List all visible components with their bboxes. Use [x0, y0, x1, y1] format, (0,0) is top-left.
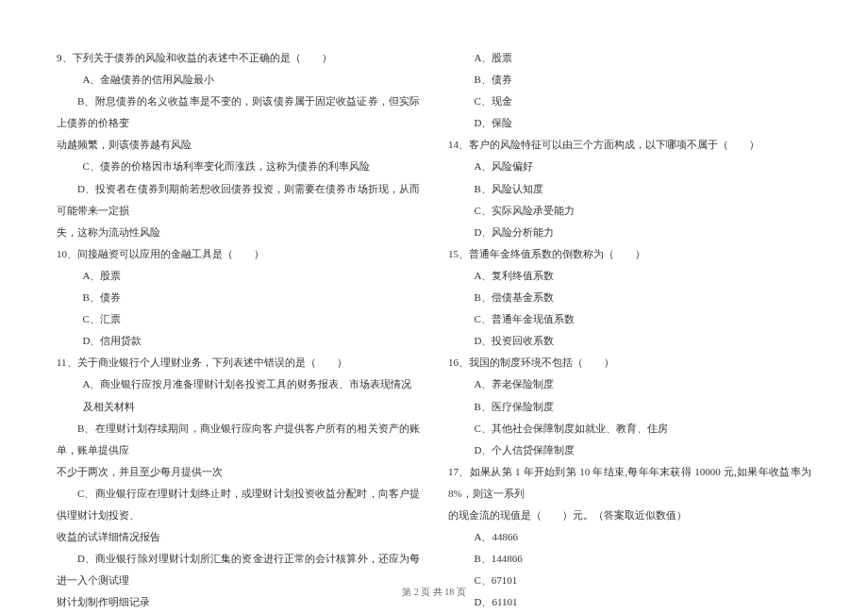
q16-option-d: D、个人信贷保障制度: [448, 439, 811, 461]
q10-option-c: C、汇票: [57, 308, 420, 330]
q10-option-a: A、股票: [57, 265, 420, 287]
q14-option-b: B、风险认知度: [448, 178, 811, 200]
q14-option-d: D、风险分析能力: [448, 222, 811, 243]
q17-text-cont: 的现金流的现值是（ ）元。（答案取近似数值）: [448, 505, 811, 526]
left-column: 9、下列关于债券的风险和收益的表述中不正确的是（ ） A、金融债券的信用风险最小…: [57, 47, 420, 556]
q17-option-b: B、144866: [448, 548, 811, 570]
q9-option-c: C、债券的价格因市场利率变化而涨跌，这称为债券的利率风险: [57, 156, 420, 177]
q9-option-a: A、金融债券的信用风险最小: [57, 69, 420, 91]
q14-text: 14、客户的风险特征可以由三个方面构成，以下哪项不属于（ ）: [448, 134, 811, 156]
question-16: 16、我国的制度环境不包括（ ） A、养老保险制度 B、医疗保险制度 C、其他社…: [448, 352, 811, 460]
q11-option-c: C、商业银行应在理财计划终止时，或理财计划投资收益分配时，向客户提供理财计划投资…: [57, 483, 420, 526]
question-14: 14、客户的风险特征可以由三个方面构成，以下哪项不属于（ ） A、风险偏好 B、…: [448, 134, 811, 242]
q11-option-a: A、商业银行应按月准备理财计划各投资工具的财务报表、市场表现情况及相关材料: [57, 373, 420, 417]
q15-option-a: A、复利终值系数: [448, 265, 811, 287]
q17-option-a: A、44866: [448, 526, 811, 548]
q11-option-b-cont: 不少于两次，并且至少每月提供一次: [57, 461, 420, 483]
q9-option-b-cont: 动越频繁，则该债券越有风险: [57, 134, 420, 156]
q16-option-b: B、医疗保险制度: [448, 396, 811, 418]
q13-option-b: B、债券: [448, 69, 811, 91]
page-number: 第 2 页 共 18 页: [402, 587, 466, 597]
q15-option-c: C、普通年金现值系数: [448, 308, 811, 330]
q11-text: 11、关于商业银行个人理财业务，下列表述中错误的是（ ）: [57, 352, 420, 373]
q15-text: 15、普通年金终值系数的倒数称为（ ）: [448, 243, 811, 265]
q16-option-a: A、养老保险制度: [448, 373, 811, 395]
q15-option-b: B、偿债基金系数: [448, 287, 811, 308]
question-10: 10、间接融资可以应用的金融工具是（ ） A、股票 B、债券 C、汇票 D、信用…: [57, 243, 420, 352]
q9-option-b: B、附息债券的名义收益率是不变的，则该债券属于固定收益证券，但实际上债券的价格变: [57, 91, 420, 134]
q10-option-d: D、信用贷款: [57, 330, 420, 352]
q17-text: 17、如果从第 1 年开始到第 10 年结束,每年年末获得 10000 元,如果…: [448, 461, 811, 505]
question-13-options: A、股票 B、债券 C、现金 D、保险: [448, 47, 811, 134]
q10-text: 10、间接融资可以应用的金融工具是（ ）: [57, 243, 420, 265]
q16-text: 16、我国的制度环境不包括（ ）: [448, 352, 811, 373]
page-footer: 第 2 页 共 18 页: [0, 586, 868, 599]
q13-option-a: A、股票: [448, 47, 811, 69]
question-11: 11、关于商业银行个人理财业务，下列表述中错误的是（ ） A、商业银行应按月准备…: [57, 352, 420, 613]
q9-text: 9、下列关于债券的风险和收益的表述中不正确的是（ ）: [57, 47, 420, 69]
question-15: 15、普通年金终值系数的倒数称为（ ） A、复利终值系数 B、偿债基金系数 C、…: [448, 243, 811, 352]
document-content: 9、下列关于债券的风险和收益的表述中不正确的是（ ） A、金融债券的信用风险最小…: [57, 47, 811, 556]
q11-option-c-cont: 收益的试详细情况报告: [57, 526, 420, 548]
right-column: A、股票 B、债券 C、现金 D、保险 14、客户的风险特征可以由三个方面构成，…: [448, 47, 811, 556]
q13-option-c: C、现金: [448, 91, 811, 112]
q9-option-d: D、投资者在债券到期前若想收回债券投资，则需要在债券市场折现，从而可能带来一定损: [57, 178, 420, 222]
q14-option-a: A、风险偏好: [448, 156, 811, 177]
q16-option-c: C、其他社会保障制度如就业、教育、住房: [448, 418, 811, 439]
q10-option-b: B、债券: [57, 287, 420, 308]
q15-option-d: D、投资回收系数: [448, 330, 811, 352]
q11-option-b: B、在理财计划存续期间，商业银行应向客户提供客户所有的相关资产的账单，账单提供应: [57, 418, 420, 461]
q13-option-d: D、保险: [448, 112, 811, 134]
question-9: 9、下列关于债券的风险和收益的表述中不正确的是（ ） A、金融债券的信用风险最小…: [57, 47, 420, 243]
q9-option-d-cont: 失，这称为流动性风险: [57, 222, 420, 243]
q14-option-c: C、实际风险承受能力: [448, 200, 811, 222]
